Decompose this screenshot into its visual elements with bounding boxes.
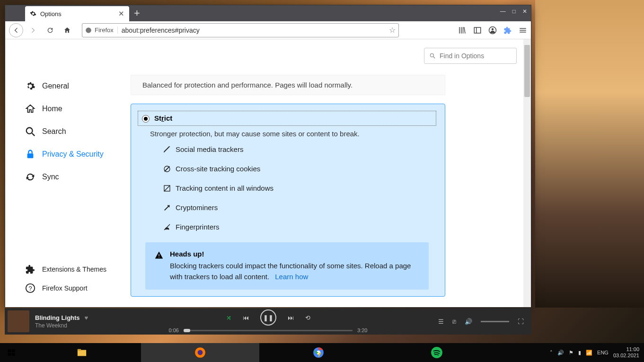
- reload-icon: [46, 26, 54, 34]
- taskbar-firefox[interactable]: [141, 343, 259, 362]
- gear-icon: [30, 10, 36, 17]
- help-icon: ?: [25, 283, 35, 293]
- like-button[interactable]: ♥: [85, 314, 88, 321]
- puzzle-icon: [503, 26, 512, 35]
- block-item: Cross-site tracking cookies: [163, 165, 436, 173]
- standard-protection-card[interactable]: Balanced for protection and performance.…: [131, 75, 445, 95]
- site-identity[interactable]: Firefox: [85, 26, 118, 34]
- strict-radio-row[interactable]: Strict: [138, 111, 436, 126]
- maximize-button[interactable]: □: [512, 8, 516, 15]
- url-text: about:preferences#privacy: [122, 26, 200, 34]
- pause-button[interactable]: ❚❚: [260, 309, 276, 326]
- sidebar-item-label: Firefox Support: [42, 284, 88, 292]
- minimize-button[interactable]: —: [500, 8, 506, 15]
- puzzle-icon: [25, 264, 35, 274]
- bookmark-star-button[interactable]: ☆: [389, 26, 396, 35]
- hamburger-icon: [519, 26, 527, 35]
- svg-line-6: [433, 57, 435, 59]
- repeat-button[interactable]: ⟲: [305, 314, 310, 321]
- windows-taskbar: ˄ 🔊 ⚑ ▮ 📶 ENG 11:00 03.02.2021: [0, 343, 644, 362]
- windows-icon: [7, 348, 16, 357]
- close-window-button[interactable]: ✕: [522, 8, 527, 15]
- menu-button[interactable]: [519, 26, 527, 35]
- library-icon: [458, 26, 467, 35]
- taskbar-spotify[interactable]: [378, 343, 496, 362]
- account-button[interactable]: [488, 26, 497, 35]
- spotify-icon: [431, 346, 443, 359]
- library-button[interactable]: [458, 26, 467, 35]
- tray-lang[interactable]: ENG: [597, 350, 609, 355]
- strict-label: Strict: [154, 114, 172, 122]
- search-placeholder: Find in Options: [440, 52, 484, 60]
- nav-toolbar: Firefox about:preferences#privacy ☆: [5, 21, 531, 39]
- previous-button[interactable]: ⏮: [243, 314, 249, 321]
- content-icon: [163, 185, 171, 192]
- back-button[interactable]: [9, 23, 23, 37]
- cookie-icon: [163, 165, 171, 173]
- tray-battery-icon[interactable]: ▮: [578, 350, 581, 356]
- svg-rect-18: [12, 349, 15, 352]
- forward-button[interactable]: [26, 23, 40, 37]
- arrow-left-icon: [12, 26, 20, 34]
- next-button[interactable]: ⏭: [288, 314, 294, 321]
- sidebar-item-privacy[interactable]: Privacy & Security: [25, 143, 131, 166]
- taskbar-chrome[interactable]: [259, 343, 378, 362]
- extension-button[interactable]: [503, 26, 512, 35]
- window-controls: — □ ✕: [500, 8, 527, 15]
- system-tray: ˄ 🔊 ⚑ ▮ 📶 ENG 11:00 03.02.2021: [550, 346, 644, 359]
- toolbar-right: [458, 26, 527, 35]
- close-tab-button[interactable]: ✕: [118, 9, 124, 18]
- sidebar-item-label: General: [42, 82, 69, 90]
- sidebar-item-general[interactable]: General: [25, 75, 131, 97]
- options-sidebar: General Home Search Privacy & Security S…: [5, 39, 131, 307]
- firefox-icon: [194, 346, 206, 359]
- sidebar-item-label: Sync: [42, 173, 59, 181]
- fullscreen-button[interactable]: ⛶: [518, 318, 524, 325]
- sidebar-button[interactable]: [473, 26, 482, 35]
- options-search[interactable]: Find in Options: [424, 48, 517, 64]
- volume-bar[interactable]: [481, 321, 509, 322]
- queue-button[interactable]: ☰: [438, 318, 444, 325]
- album-art[interactable]: [8, 310, 29, 332]
- firefox-icon: [85, 27, 92, 34]
- sidebar-item-support[interactable]: ? Firefox Support: [25, 279, 131, 298]
- sidebar-item-extensions[interactable]: Extensions & Themes: [25, 260, 131, 279]
- scrollbar-thumb[interactable]: [524, 45, 530, 97]
- sidebar-icon: [473, 26, 482, 35]
- devices-button[interactable]: ⎚: [452, 318, 456, 325]
- volume-button[interactable]: 🔊: [465, 318, 472, 325]
- learn-how-link[interactable]: Learn how: [275, 273, 308, 281]
- sidebar-item-label: Home: [42, 105, 62, 113]
- headsup-title: Heads up!: [170, 250, 419, 258]
- shuffle-button[interactable]: ⤨: [226, 314, 231, 321]
- sidebar-item-search[interactable]: Search: [25, 120, 131, 143]
- sidebar-item-home[interactable]: Home: [25, 97, 131, 120]
- block-list: Social media trackers Cross-site trackin…: [163, 145, 436, 231]
- tray-clock[interactable]: 11:00 03.02.2021: [613, 346, 639, 359]
- new-tab-button[interactable]: +: [129, 7, 145, 19]
- home-button[interactable]: [60, 23, 74, 37]
- tray-security-icon[interactable]: ⚑: [569, 350, 573, 356]
- address-bar[interactable]: Firefox about:preferences#privacy ☆: [82, 23, 399, 37]
- strict-protection-card[interactable]: Strict Stronger protection, but may caus…: [131, 104, 445, 297]
- svg-line-15: [164, 185, 170, 191]
- track-artist: The Weeknd: [35, 322, 111, 329]
- svg-rect-1: [474, 27, 481, 33]
- sidebar-item-sync[interactable]: Sync: [25, 166, 131, 188]
- sidebar-footer: Extensions & Themes ? Firefox Support: [25, 260, 131, 307]
- content-scrollbar[interactable]: [523, 39, 531, 307]
- svg-rect-20: [12, 353, 15, 356]
- tray-chevron-icon[interactable]: ˄: [550, 350, 553, 356]
- search-icon: [429, 53, 436, 59]
- headsup-body: Blocking trackers could impact the funct…: [170, 261, 419, 282]
- seek-bar[interactable]: [184, 330, 353, 331]
- tray-volume-icon[interactable]: 🔊: [557, 350, 564, 356]
- start-button[interactable]: [0, 343, 23, 362]
- tray-wifi-icon[interactable]: 📶: [586, 350, 592, 356]
- account-icon: [488, 26, 497, 35]
- content-area: Find in Options General Home Search Priv…: [5, 39, 531, 307]
- browser-tab[interactable]: Options ✕: [25, 6, 129, 21]
- reload-button[interactable]: [43, 23, 57, 37]
- track-info: Blinding Lights ♥ The Weeknd: [35, 314, 111, 329]
- taskbar-explorer[interactable]: [23, 343, 141, 362]
